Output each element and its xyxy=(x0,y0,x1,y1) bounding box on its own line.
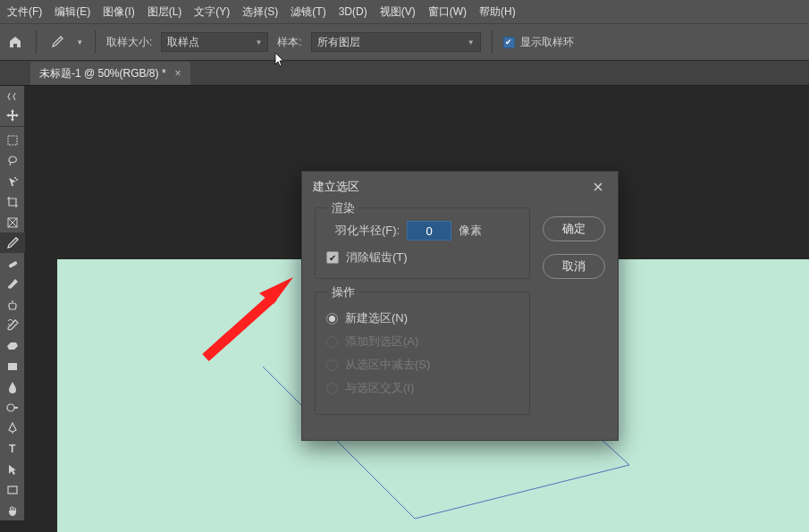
menu-window[interactable]: 窗口(W) xyxy=(428,4,467,20)
chevron-down-icon: ▼ xyxy=(468,38,475,46)
close-button[interactable] xyxy=(589,178,607,196)
pen-tool[interactable] xyxy=(0,418,25,438)
healing-brush-tool[interactable] xyxy=(0,253,25,274)
checkbox-checked-icon: ✔ xyxy=(503,37,515,48)
close-icon xyxy=(592,181,604,193)
op-add-label: 添加到选区(A) xyxy=(345,334,418,350)
svg-rect-9 xyxy=(8,260,18,267)
type-tool[interactable]: T xyxy=(0,438,25,459)
eyedropper-tool-icon[interactable] xyxy=(47,32,67,52)
svg-rect-14 xyxy=(8,486,17,494)
collapse-toolbox-button[interactable] xyxy=(0,86,25,106)
operation-legend: 操作 xyxy=(328,284,358,300)
svg-line-16 xyxy=(206,297,274,358)
move-tool[interactable] xyxy=(0,106,25,127)
document-tab[interactable]: 未标题-1 @ 50%(RGB/8) * × xyxy=(30,62,190,85)
op-intersect-selection-row: 与选区交叉(I) xyxy=(326,380,518,396)
svg-rect-3 xyxy=(8,136,17,145)
menu-filter[interactable]: 滤镜(T) xyxy=(291,4,325,20)
divider xyxy=(36,30,37,54)
sample-size-select[interactable]: 取样点 ▼ xyxy=(161,32,268,52)
menu-edit[interactable]: 编辑(E) xyxy=(55,4,90,20)
op-sub-label: 从选区中减去(S) xyxy=(345,357,430,373)
sample-value: 所有图层 xyxy=(317,35,360,50)
menu-file[interactable]: 文件(F) xyxy=(7,4,42,20)
sample-size-label: 取样大小: xyxy=(106,35,152,50)
menu-text[interactable]: 文字(Y) xyxy=(194,4,230,20)
sample-label: 样本: xyxy=(277,35,301,50)
dialog-title: 建立选区 xyxy=(313,179,359,195)
crop-tool[interactable] xyxy=(0,191,25,212)
cancel-button[interactable]: 取消 xyxy=(543,254,605,279)
lasso-tool[interactable] xyxy=(0,150,25,171)
render-fieldset: 渲染 羽化半径(F): 像素 ✔ 消除锯齿(T) xyxy=(315,207,530,279)
svg-line-1 xyxy=(415,465,629,519)
ok-button[interactable]: 确定 xyxy=(543,216,605,241)
home-button[interactable] xyxy=(5,32,25,52)
op-new-label: 新建选区(N) xyxy=(345,310,408,326)
dialog-titlebar[interactable]: 建立选区 xyxy=(302,172,618,202)
menu-help[interactable]: 帮助(H) xyxy=(479,4,516,20)
radio-icon xyxy=(326,383,338,394)
chevron-down-icon: ▼ xyxy=(255,38,262,46)
menu-select[interactable]: 选择(S) xyxy=(242,4,278,20)
make-selection-dialog: 建立选区 渲染 羽化半径(F): 像素 ✔ 消除锯齿(T) 操作 xyxy=(301,171,619,441)
marquee-tool[interactable] xyxy=(0,130,25,150)
render-legend: 渲染 xyxy=(328,200,358,216)
blur-tool[interactable] xyxy=(0,376,25,397)
eyedropper-tool[interactable] xyxy=(0,232,25,253)
svg-point-4 xyxy=(14,177,16,179)
document-tab-bar: 未标题-1 @ 50%(RGB/8) * × xyxy=(0,61,809,86)
quick-select-tool[interactable] xyxy=(0,171,25,191)
sample-select[interactable]: 所有图层 ▼ xyxy=(311,32,481,52)
svg-point-5 xyxy=(16,179,18,181)
sample-size-value: 取样点 xyxy=(167,35,199,50)
eraser-tool[interactable] xyxy=(0,335,25,356)
options-bar: ▾ 取样大小: 取样点 ▼ 样本: 所有图层 ▼ ✔ 显示取样环 xyxy=(0,23,809,61)
op-add-selection-row: 添加到选区(A) xyxy=(326,334,518,350)
feather-unit-label: 像素 xyxy=(459,223,482,239)
feather-radius-input[interactable] xyxy=(407,221,451,241)
show-sampling-ring-checkbox[interactable]: ✔ 显示取样环 xyxy=(503,35,574,50)
menu-3d[interactable]: 3D(D) xyxy=(339,5,367,18)
radio-selected-icon xyxy=(326,313,338,325)
op-new-selection-row[interactable]: 新建选区(N) xyxy=(326,310,518,326)
antialias-label: 消除锯齿(T) xyxy=(346,249,408,266)
toolbox: T xyxy=(0,86,25,520)
dodge-tool[interactable] xyxy=(0,397,25,418)
radio-icon xyxy=(326,336,338,348)
divider xyxy=(95,30,96,54)
path-select-tool[interactable] xyxy=(0,459,25,479)
feather-radius-label: 羽化半径(F): xyxy=(335,223,400,239)
operation-fieldset: 操作 新建选区(N) 添加到选区(A) 从选区中减去(S) 与选区交叉(I) xyxy=(315,291,530,415)
antialias-checkbox[interactable]: ✔ xyxy=(326,251,339,264)
menu-view[interactable]: 视图(V) xyxy=(380,4,416,20)
show-sampling-ring-label: 显示取样环 xyxy=(520,35,574,50)
hand-tool[interactable] xyxy=(0,500,25,520)
chevron-down-icon[interactable]: ▾ xyxy=(76,38,84,46)
close-icon[interactable]: × xyxy=(175,67,181,80)
clone-stamp-tool[interactable] xyxy=(0,294,25,315)
gradient-tool[interactable] xyxy=(0,356,25,376)
history-brush-tool[interactable] xyxy=(0,315,25,335)
divider xyxy=(492,30,493,54)
menu-bar: 文件(F) 编辑(E) 图像(I) 图层(L) 文字(Y) 选择(S) 滤镜(T… xyxy=(0,0,809,23)
document-tab-title: 未标题-1 @ 50%(RGB/8) * xyxy=(39,66,166,81)
radio-icon xyxy=(326,359,338,371)
menu-layer[interactable]: 图层(L) xyxy=(147,4,182,20)
svg-point-11 xyxy=(7,404,14,411)
frame-tool[interactable] xyxy=(0,212,25,232)
brush-tool[interactable] xyxy=(0,274,25,294)
op-int-label: 与选区交叉(I) xyxy=(345,380,414,396)
svg-text:T: T xyxy=(9,443,16,455)
svg-rect-10 xyxy=(8,363,17,370)
annotation-arrow-icon xyxy=(188,268,313,376)
op-subtract-selection-row: 从选区中减去(S) xyxy=(326,357,518,373)
menu-image[interactable]: 图像(I) xyxy=(103,4,134,20)
rectangle-tool[interactable] xyxy=(0,479,25,500)
